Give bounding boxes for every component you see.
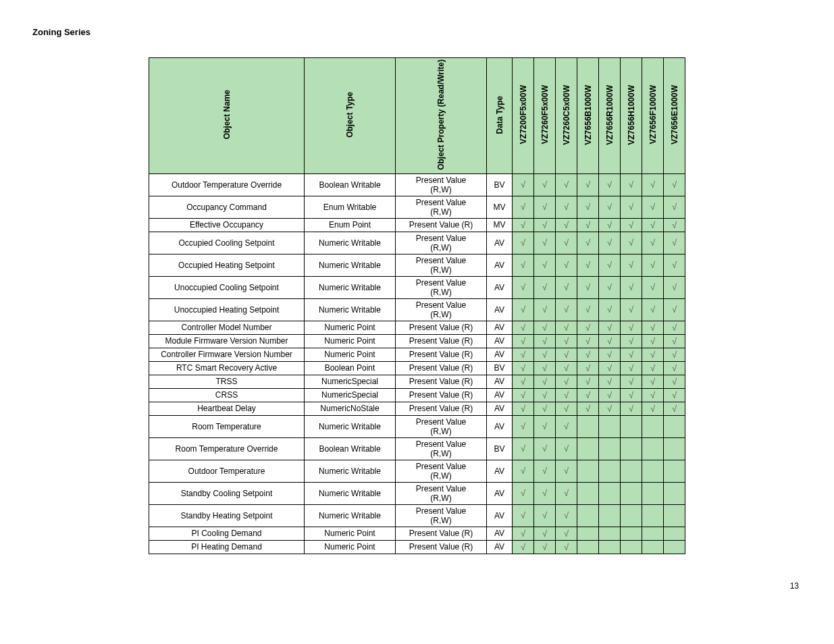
cell-support: √ — [513, 388, 534, 402]
cell-support — [577, 504, 599, 527]
cell-support: √ — [534, 415, 556, 437]
cell-object-prop: Present Value (R) — [396, 218, 487, 232]
cell-support: √ — [534, 402, 556, 415]
cell-support: √ — [556, 196, 577, 218]
cell-object-prop: Present Value (R) — [396, 388, 487, 402]
cell-support — [577, 540, 599, 554]
cell-object-prop: Present Value (R) — [396, 361, 487, 375]
cell-support: √ — [513, 321, 534, 334]
cell-support: √ — [599, 232, 621, 254]
page-title: Zoning Series — [32, 27, 802, 37]
table-row: Occupied Heating SetpointNumeric Writabl… — [149, 254, 685, 276]
cell-support: √ — [534, 361, 556, 375]
cell-data-type: AV — [487, 540, 513, 554]
table-row: Unoccupied Cooling SetpointNumeric Writa… — [149, 276, 685, 298]
cell-support: √ — [513, 415, 534, 437]
cell-support: √ — [513, 196, 534, 218]
table-row: Room Temperature OverrideBoolean Writabl… — [149, 437, 685, 460]
cell-object-prop: Present Value(R,W) — [396, 415, 487, 437]
cell-support: √ — [599, 334, 621, 348]
cell-support — [664, 527, 685, 540]
cell-support: √ — [513, 482, 534, 504]
cell-object-prop: Present Value(R,W) — [396, 196, 487, 218]
cell-support: √ — [556, 173, 577, 196]
cell-support: √ — [664, 276, 685, 298]
cell-object-type: Enum Writable — [305, 196, 396, 218]
cell-support: √ — [642, 276, 664, 298]
cell-support: √ — [599, 173, 621, 196]
header-product-1: VZ7260F5x00W — [534, 58, 556, 174]
cell-support: √ — [534, 388, 556, 402]
cell-support: √ — [556, 321, 577, 334]
table-row: Effective OccupancyEnum PointPresent Val… — [149, 218, 685, 232]
header-product-2: VZ7260C5x00W — [556, 58, 577, 174]
cell-support: √ — [534, 218, 556, 232]
cell-support — [599, 437, 621, 460]
header-product-7: VZ7656E1000W — [664, 58, 685, 174]
cell-support: √ — [534, 375, 556, 388]
cell-support: √ — [642, 334, 664, 348]
cell-object-name: Outdoor Temperature Override — [149, 173, 305, 196]
cell-data-type: AV — [487, 460, 513, 482]
cell-support: √ — [599, 375, 621, 388]
cell-support: √ — [556, 388, 577, 402]
cell-support: √ — [642, 348, 664, 361]
cell-object-name: Occupancy Command — [149, 196, 305, 218]
cell-support: √ — [599, 218, 621, 232]
cell-support: √ — [664, 321, 685, 334]
cell-support: √ — [621, 298, 642, 321]
cell-object-name: Unoccupied Cooling Setpoint — [149, 276, 305, 298]
cell-support — [642, 527, 664, 540]
cell-object-type: Numeric Writable — [305, 232, 396, 254]
cell-support: √ — [621, 196, 642, 218]
table-row: Controller Firmware Version NumberNumeri… — [149, 348, 685, 361]
cell-support: √ — [534, 334, 556, 348]
cell-support: √ — [513, 254, 534, 276]
cell-support — [599, 540, 621, 554]
cell-object-name: Effective Occupancy — [149, 218, 305, 232]
cell-support: √ — [534, 276, 556, 298]
cell-support: √ — [556, 504, 577, 527]
cell-support — [577, 415, 599, 437]
header-product-0: VZ7200F5x00W — [513, 58, 534, 174]
cell-object-name: Standby Cooling Setpoint — [149, 482, 305, 504]
cell-support: √ — [621, 254, 642, 276]
cell-support: √ — [556, 375, 577, 388]
cell-object-prop: Present Value (R) — [396, 321, 487, 334]
cell-support: √ — [556, 402, 577, 415]
cell-data-type: AV — [487, 482, 513, 504]
cell-support: √ — [664, 218, 685, 232]
cell-data-type: AV — [487, 254, 513, 276]
cell-object-prop: Present Value(R,W) — [396, 504, 487, 527]
cell-support: √ — [556, 232, 577, 254]
cell-object-type: Numeric Point — [305, 334, 396, 348]
cell-object-prop: Present Value(R,W) — [396, 482, 487, 504]
cell-support: √ — [556, 254, 577, 276]
cell-object-type: NumericSpecial — [305, 388, 396, 402]
cell-support — [642, 504, 664, 527]
cell-support: √ — [599, 196, 621, 218]
cell-support — [642, 437, 664, 460]
header-object-name: Object Name — [149, 58, 305, 174]
cell-object-prop: Present Value (R) — [396, 540, 487, 554]
cell-support — [599, 482, 621, 504]
cell-object-name: Controller Firmware Version Number — [149, 348, 305, 361]
cell-support — [621, 504, 642, 527]
cell-object-prop: Present Value(R,W) — [396, 460, 487, 482]
table-row: Occupancy CommandEnum WritablePresent Va… — [149, 196, 685, 218]
cell-support — [664, 482, 685, 504]
cell-support: √ — [664, 232, 685, 254]
cell-support: √ — [642, 388, 664, 402]
cell-support: √ — [642, 402, 664, 415]
cell-support — [664, 460, 685, 482]
cell-support: √ — [664, 334, 685, 348]
cell-support: √ — [664, 298, 685, 321]
table-row: Unoccupied Heating SetpointNumeric Writa… — [149, 298, 685, 321]
cell-data-type: BV — [487, 437, 513, 460]
cell-object-prop: Present Value(R,W) — [396, 437, 487, 460]
cell-support: √ — [534, 173, 556, 196]
cell-support: √ — [513, 527, 534, 540]
table-row: Module Firmware Version NumberNumeric Po… — [149, 334, 685, 348]
cell-support: √ — [664, 196, 685, 218]
cell-support: √ — [599, 402, 621, 415]
